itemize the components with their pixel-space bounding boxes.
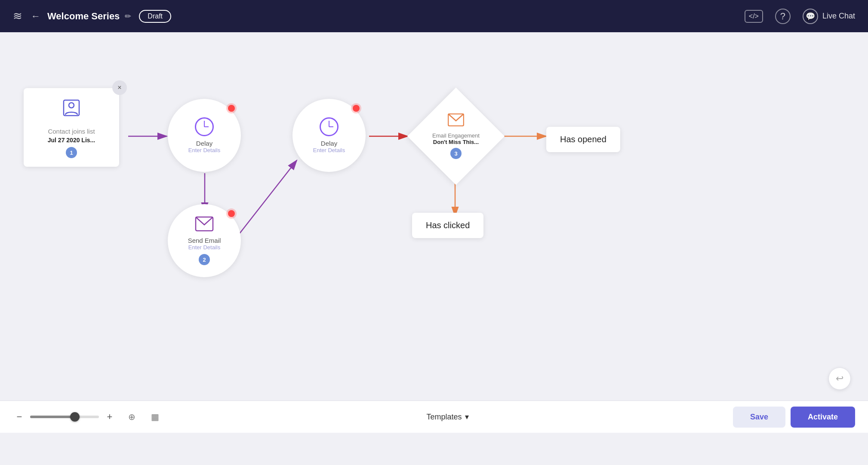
draft-badge[interactable]: Draft [139, 10, 171, 23]
templates-chevron-icon: ▾ [465, 412, 469, 422]
workflow-title: Welcome Series [47, 11, 120, 22]
code-icon[interactable]: </> [745, 10, 763, 23]
delay1-title: Delay [196, 140, 212, 147]
center-view-button[interactable]: ⊕ [124, 409, 139, 425]
delay2-subtitle: Enter Details [313, 147, 345, 153]
delay2-circle: Delay Enter Details [292, 99, 366, 172]
send-email-circle: Send Email Enter Details 2 [168, 204, 241, 277]
edit-title-icon[interactable]: ✏ [125, 12, 131, 21]
contact-badge: 1 [66, 147, 77, 158]
email-engagement-title: Email Engagement [432, 132, 480, 139]
send-email-title: Send Email [188, 237, 221, 244]
contact-joins-node[interactable]: Contact joins list Jul 27 2020 Lis... 1 … [24, 88, 119, 167]
has-opened-node[interactable]: Has opened [546, 127, 620, 152]
email-engagement-content: Email Engagement Don't Miss This... 3 [417, 113, 495, 159]
zoom-controls: − + [13, 410, 116, 423]
grid-view-button[interactable]: ▦ [147, 409, 163, 425]
email-engagement-badge: 3 [450, 148, 462, 159]
has-opened-label: Has opened [546, 127, 620, 152]
delay1-node[interactable]: Delay Enter Details [168, 99, 241, 172]
zoom-in-button[interactable]: + [103, 410, 116, 423]
delay2-title: Delay [321, 140, 337, 147]
zoom-slider[interactable] [30, 416, 99, 418]
zoom-out-button[interactable]: − [13, 410, 26, 423]
help-icon[interactable]: ? [775, 9, 791, 24]
back-button[interactable]: ← [31, 11, 40, 22]
live-chat-button[interactable]: 💬 Live Chat [803, 9, 855, 24]
delay2-clock-icon [320, 117, 339, 136]
svg-line-5 [232, 160, 297, 243]
has-clicked-label: Has clicked [412, 213, 483, 238]
send-email-subtitle: Enter Details [188, 244, 220, 251]
contact-subtitle: Jul 27 2020 Lis... [48, 137, 95, 144]
send-email-badge: 2 [199, 254, 210, 265]
templates-label: Templates [426, 413, 462, 422]
svg-point-10 [69, 103, 74, 108]
zoom-thumb[interactable] [70, 412, 80, 422]
header: ≋ ← Welcome Series ✏ Draft </> ? 💬 Live … [0, 0, 868, 32]
send-email-node[interactable]: Send Email Enter Details 2 [168, 204, 241, 277]
delay2-error-dot [353, 105, 360, 112]
contact-rect: Contact joins list Jul 27 2020 Lis... 1 [24, 88, 119, 167]
contact-delete-button[interactable]: × [112, 80, 127, 95]
chat-icon: 💬 [803, 9, 818, 24]
delay2-node[interactable]: Delay Enter Details [292, 99, 366, 172]
activate-button[interactable]: Activate [791, 407, 855, 428]
delay1-clock-icon [195, 117, 214, 136]
delay1-error-dot [228, 105, 235, 112]
save-button[interactable]: Save [733, 407, 785, 428]
undo-button[interactable]: ↩ [828, 367, 851, 390]
email-engagement-diamond: Email Engagement Don't Miss This... 3 [407, 88, 505, 185]
send-email-error-dot [228, 210, 235, 217]
bottom-toolbar: − + ⊕ ▦ Templates ▾ Save Activate [0, 401, 868, 433]
contact-title: Contact joins list [48, 128, 95, 135]
send-email-icon [195, 216, 214, 233]
header-actions: </> ? 💬 Live Chat [745, 9, 855, 24]
has-clicked-node[interactable]: Has clicked [412, 213, 483, 238]
email-engagement-icon [448, 113, 464, 130]
delay1-subtitle: Enter Details [188, 147, 220, 153]
logo-icon: ≋ [13, 9, 22, 23]
delay1-circle: Delay Enter Details [168, 99, 241, 172]
live-chat-label: Live Chat [822, 12, 855, 21]
workflow-canvas: Contact joins list Jul 27 2020 Lis... 1 … [0, 32, 868, 433]
email-engagement-subtitle: Don't Miss This... [433, 139, 479, 145]
templates-button[interactable]: Templates ▾ [420, 409, 475, 425]
contact-icon [62, 98, 81, 122]
